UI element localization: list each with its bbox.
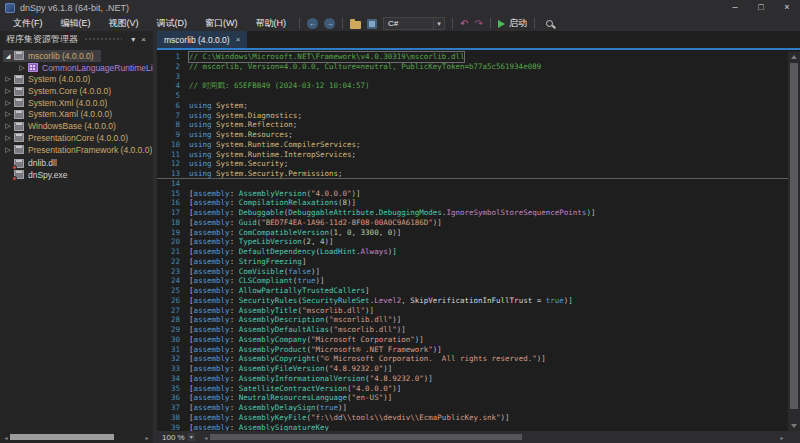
code-text[interactable]: [assembly: SecurityRules(SecurityRuleSet… — [189, 296, 573, 306]
code-text[interactable]: [assembly: ComVisible(false)] — [189, 267, 320, 277]
expand-icon[interactable]: ▷ — [3, 146, 13, 154]
expand-icon[interactable]: ▷ — [3, 75, 13, 83]
scroll-right-icon[interactable]: ▸ — [143, 434, 151, 441]
scroll-down-button[interactable] — [788, 421, 800, 431]
tree-item-clr-module[interactable]: ▷CommonLanguageRuntimeLibrar — [0, 62, 153, 74]
code-text[interactable]: [assembly: CLSCompliant(true)] — [189, 276, 324, 286]
save-all-button[interactable] — [367, 19, 377, 29]
code-text[interactable]: [assembly: AllowPartiallyTrustedCallers] — [189, 286, 370, 296]
expand-icon[interactable]: ▷ — [3, 87, 13, 95]
expand-icon[interactable]: ▷ — [3, 122, 13, 130]
code-text[interactable]: [assembly: TypeLibVersion(2, 4)] — [189, 237, 334, 247]
tree-item-content[interactable]: ▷System (4.0.0.0) — [3, 74, 97, 86]
scrollbar-track[interactable] — [210, 434, 778, 440]
tree-item-windowsbase[interactable]: ▷WindowsBase (4.0.0.0) — [0, 120, 153, 132]
tab-close-icon[interactable]: × — [236, 35, 241, 44]
code-text[interactable]: [assembly: CompilationRelaxations(8)] — [189, 198, 356, 208]
code-text[interactable]: using System.Security; — [189, 159, 288, 169]
tree-item-system[interactable]: ▷System (4.0.0.0) — [0, 73, 153, 85]
tree-item-content[interactable]: ▷System.Core (4.0.0.0) — [3, 85, 118, 97]
redo-button[interactable]: ↷ — [474, 18, 482, 29]
tree-item-dnspy[interactable]: dnSpy.exe — [0, 167, 153, 179]
code-text[interactable]: [assembly: Debuggable(DebuggableAttribut… — [189, 208, 595, 218]
scrollbar-thumb[interactable] — [790, 63, 798, 409]
code-text[interactable]: [assembly: NeutralResourcesLanguage("en-… — [189, 393, 392, 403]
language-combobox[interactable]: C# ▾ — [383, 17, 445, 30]
code-text[interactable]: // 时间戳: 65EFB849 (2024-03-12 10:04:57) — [189, 81, 370, 91]
panel-menu-button[interactable]: ▾ — [128, 35, 138, 44]
tree-item-content[interactable]: ▷CommonLanguageRuntimeLibrar — [17, 62, 153, 74]
code-text[interactable]: [assembly: AssemblyDefaultAlias("mscorli… — [189, 325, 406, 335]
code-text[interactable]: [assembly: AssemblyFileVersion("4.8.9232… — [189, 364, 392, 374]
tree-item-content[interactable]: ▷PresentationCore (4.0.0.0) — [3, 132, 135, 144]
code-text[interactable]: using System.Resources; — [189, 130, 293, 140]
menu-item-4[interactable]: 窗口(W) — [196, 16, 247, 31]
scroll-right-icon[interactable]: ▸ — [778, 434, 786, 441]
code-text[interactable]: [assembly: ComCompatibleVersion(1, 0, 33… — [189, 228, 401, 238]
code-text[interactable]: [assembly: AssemblyCompany("Microsoft Co… — [189, 335, 424, 345]
code-text[interactable]: using System.Runtime.CompilerServices; — [189, 140, 361, 150]
expand-icon[interactable]: ▷ — [3, 99, 13, 107]
tree-item-content[interactable]: ▷System.Xml (4.0.0.0) — [3, 97, 114, 109]
tree-item-content[interactable]: ▷System.Xaml (4.0.0.0) — [3, 109, 119, 121]
zoom-control[interactable]: 100 % ▾ — [157, 433, 200, 442]
tree-item-system-core[interactable]: ▷System.Core (4.0.0.0) — [0, 85, 153, 97]
maximize-button[interactable]: □ — [748, 0, 774, 14]
code-text[interactable]: [assembly: AssemblyCopyright("© Microsof… — [189, 354, 546, 364]
code-text[interactable]: [assembly: AssemblyTitle("mscorlib.dll")… — [189, 306, 374, 316]
scroll-left-icon[interactable]: ◂ — [202, 434, 210, 441]
tree-item-content[interactable]: dnSpy.exe — [3, 169, 75, 181]
code-text[interactable]: using System; — [189, 101, 248, 111]
panel-close-button[interactable]: × — [138, 35, 149, 44]
scroll-left-icon[interactable]: ◂ — [2, 434, 10, 441]
menu-item-3[interactable]: 调试(D) — [148, 16, 197, 31]
code-text[interactable]: [assembly: AssemblyInformationalVersion(… — [189, 374, 433, 384]
tree-item-content[interactable]: ▷WindowsBase (4.0.0.0) — [3, 120, 123, 132]
tree-item-presentationframework[interactable]: ▷PresentationFramework (4.0.0.0) — [0, 144, 153, 156]
tree-item-system-xml[interactable]: ▷System.Xml (4.0.0.0) — [0, 97, 153, 109]
scrollbar-thumb[interactable] — [10, 434, 114, 440]
close-button[interactable]: × — [774, 0, 800, 14]
code-text[interactable]: [assembly: AssemblyDelaySign(true)] — [189, 403, 347, 413]
scrollbar-track[interactable] — [10, 434, 143, 440]
vertical-scrollbar[interactable] — [788, 52, 800, 431]
code-text[interactable]: [assembly: Guid("BED7F4EA-1A96-11d2-8F08… — [189, 218, 442, 228]
collapse-icon[interactable]: ◢ — [3, 52, 13, 59]
code-text[interactable]: using System.Security.Permissions; — [189, 169, 343, 178]
tree-item-mscorlib[interactable]: ◢mscorlib (4.0.0.0) — [0, 50, 153, 62]
code-text[interactable]: using System.Runtime.InteropServices; — [189, 150, 356, 160]
code-text[interactable]: [assembly: AssemblyKeyFile("f:\\dd\\tool… — [189, 413, 510, 423]
open-button[interactable] — [350, 19, 361, 29]
tree-item-system-xaml[interactable]: ▷System.Xaml (4.0.0.0) — [0, 108, 153, 120]
search-assemblies-button[interactable] — [542, 20, 557, 27]
tree-item-presentationcore[interactable]: ▷PresentationCore (4.0.0.0) — [0, 132, 153, 144]
code-editor[interactable]: 1// C:\Windows\Microsoft.NET\Framework\v… — [157, 50, 800, 431]
code-text[interactable]: [assembly: AssemblyDescription("mscorlib… — [189, 315, 401, 325]
zoom-dropdown-icon[interactable]: ▾ — [188, 433, 195, 441]
code-text[interactable]: [assembly: SatelliteContractVersion("4.0… — [189, 384, 401, 394]
code-text[interactable]: using System.Diagnostics; — [189, 111, 302, 121]
tree-item-content[interactable]: ◢mscorlib (4.0.0.0) — [3, 50, 101, 62]
tree-item-dnlib[interactable]: dnlib.dll — [0, 155, 153, 167]
code-text[interactable]: // mscorlib, Version=4.0.0.0, Culture=ne… — [189, 62, 541, 72]
expand-icon[interactable]: ▷ — [3, 110, 13, 118]
editor-horizontal-scrollbar[interactable]: ◂ ▸ — [200, 431, 788, 443]
code-text[interactable]: [assembly: AssemblyProduct("Microsoft® .… — [189, 345, 442, 355]
menu-item-5[interactable]: 帮助(H) — [247, 16, 296, 31]
expand-icon[interactable]: ▷ — [17, 64, 27, 72]
start-debug-button[interactable]: 启动 — [498, 17, 527, 30]
code-text[interactable]: [assembly: StringFreezing] — [189, 257, 306, 267]
code-text[interactable]: [assembly: AssemblyVersion("4.0.0.0")] — [189, 189, 361, 199]
undo-button[interactable]: ↶ — [460, 18, 468, 29]
code-text[interactable]: [assembly: DefaultDependency(LoadHint.Al… — [189, 247, 397, 257]
tree-item-content[interactable]: ▷PresentationFramework (4.0.0.0) — [3, 144, 153, 156]
code-text[interactable]: using System.Reflection; — [189, 120, 297, 130]
navigate-forward-button[interactable]: → — [324, 18, 335, 29]
tab-mscorlib[interactable]: mscorlib (4.0.0.0) × — [157, 31, 247, 48]
menu-item-2[interactable]: 视图(V) — [100, 16, 148, 31]
scrollbar-thumb[interactable] — [210, 434, 523, 440]
chevron-down-icon[interactable]: ▾ — [433, 18, 444, 29]
navigate-back-button[interactable]: ← — [307, 18, 318, 29]
menu-item-1[interactable]: 编辑(E) — [52, 16, 100, 31]
code-text[interactable]: // C:\Windows\Microsoft.NET\Framework\v4… — [189, 52, 464, 62]
